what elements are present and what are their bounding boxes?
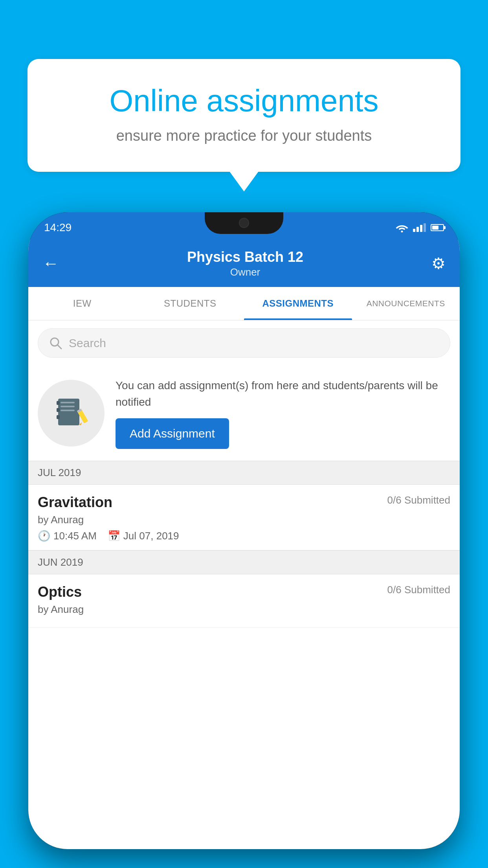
svg-point-0 <box>401 231 403 233</box>
add-assignment-button[interactable]: Add Assignment <box>116 418 229 449</box>
meta-date: 📅 Jul 07, 2019 <box>108 530 179 542</box>
assignment-item-gravitation[interactable]: Gravitation 0/6 Submitted by Anurag 🕐 10… <box>28 485 460 550</box>
signal-icon <box>413 223 426 232</box>
wifi-icon <box>396 223 408 232</box>
tab-iew[interactable]: IEW <box>28 287 136 320</box>
optics-author: by Anurag <box>38 603 450 616</box>
header-title-block: Physics Batch 12 Owner <box>187 249 303 278</box>
svg-line-2 <box>57 345 61 349</box>
notebook-icon <box>53 395 89 431</box>
screen: ← Physics Batch 12 Owner ⚙ IEW STUDENTS … <box>28 240 460 849</box>
tabs-bar: IEW STUDENTS ASSIGNMENTS ANNOUNCEMENTS <box>28 287 460 320</box>
status-icons <box>396 220 444 232</box>
search-placeholder: Search <box>69 337 106 350</box>
svg-rect-5 <box>57 408 60 412</box>
optics-name: Optics <box>38 584 82 600</box>
search-container: Search <box>28 320 460 366</box>
assignment-author: by Anurag <box>38 514 450 526</box>
info-description: You can add assignment(s) from here and … <box>116 377 450 410</box>
svg-rect-8 <box>61 406 75 407</box>
assignment-name: Gravitation <box>38 494 112 511</box>
bubble-subtitle: ensure more practice for your students <box>55 127 433 144</box>
phone-notch <box>205 212 283 234</box>
svg-rect-7 <box>61 402 75 403</box>
tab-announcements[interactable]: ANNOUNCEMENTS <box>352 287 460 320</box>
tab-students[interactable]: STUDENTS <box>136 287 244 320</box>
assignment-item-optics[interactable]: Optics 0/6 Submitted by Anurag <box>28 574 460 628</box>
batch-title: Physics Batch 12 <box>187 249 303 265</box>
section-header-jun: JUN 2019 <box>28 550 460 574</box>
search-bar[interactable]: Search <box>38 328 450 358</box>
camera <box>239 218 249 228</box>
clock-icon: 🕐 <box>38 530 50 542</box>
assignment-top-row-optics: Optics 0/6 Submitted <box>38 584 450 600</box>
assignment-meta: 🕐 10:45 AM 📅 Jul 07, 2019 <box>38 530 450 542</box>
battery-fill <box>432 226 438 230</box>
status-time: 14:29 <box>44 218 72 234</box>
owner-label: Owner <box>187 266 303 278</box>
assignment-icon-circle <box>38 380 105 447</box>
section-header-jul: JUL 2019 <box>28 461 460 485</box>
tab-assignments[interactable]: ASSIGNMENTS <box>244 287 352 320</box>
speech-bubble-container: Online assignments ensure more practice … <box>28 59 460 172</box>
speech-bubble: Online assignments ensure more practice … <box>28 59 460 172</box>
svg-rect-9 <box>61 410 75 411</box>
bubble-title: Online assignments <box>55 83 433 120</box>
info-text-block: You can add assignment(s) from here and … <box>116 377 450 449</box>
search-icon <box>49 337 62 350</box>
assignment-submitted: 0/6 Submitted <box>387 494 450 506</box>
optics-submitted: 0/6 Submitted <box>387 584 450 596</box>
back-button[interactable]: ← <box>42 254 59 273</box>
phone-frame: 14:29 ← Physi <box>28 212 460 849</box>
battery-icon <box>431 224 444 231</box>
settings-icon[interactable]: ⚙ <box>431 254 446 272</box>
svg-marker-11 <box>79 422 82 425</box>
assignment-top-row: Gravitation 0/6 Submitted <box>38 494 450 511</box>
meta-time: 🕐 10:45 AM <box>38 530 97 542</box>
svg-rect-6 <box>57 415 60 419</box>
svg-rect-4 <box>57 401 60 405</box>
app-header: ← Physics Batch 12 Owner ⚙ <box>28 240 460 287</box>
calendar-icon: 📅 <box>108 530 120 542</box>
info-banner: You can add assignment(s) from here and … <box>28 366 460 461</box>
